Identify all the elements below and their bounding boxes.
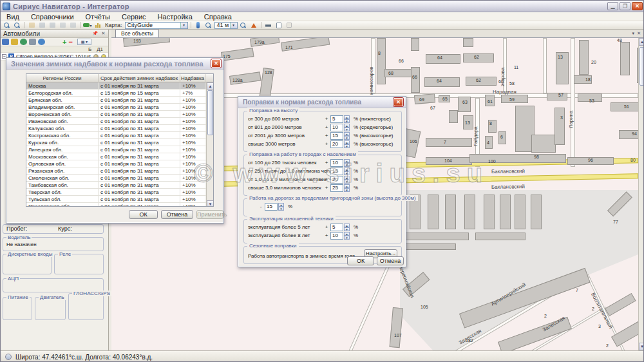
spin-down-icon[interactable]: ▾ <box>344 188 350 192</box>
chevron-down-icon[interactable]: ▾ <box>230 23 237 28</box>
value-input[interactable]: 5 <box>330 115 343 123</box>
zoom-out-button[interactable] <box>239 22 248 29</box>
panel-close-icon[interactable]: ✕ <box>100 30 107 37</box>
menu-item[interactable]: Вид <box>1 12 25 21</box>
dialog-title-bar[interactable]: Значения зимних надбавок к нормам расход… <box>6 58 223 70</box>
copy-button[interactable] <box>68 22 77 29</box>
tab-menu-icon[interactable]: ▾ <box>632 31 635 36</box>
search-button[interactable] <box>12 22 21 29</box>
redo-button[interactable] <box>48 22 57 29</box>
brush-icon[interactable] <box>11 39 18 45</box>
table-row[interactable]: Калужская обл.с 01 ноября по 31 марта+10… <box>26 125 213 132</box>
table-row[interactable]: Белгородская обл.с 15 ноября по 15 марта… <box>26 90 213 97</box>
spin-down-icon[interactable]: ▾ <box>344 128 350 131</box>
table-row[interactable]: Ярославская обл.с 01 ноября по 31 марта+… <box>26 203 213 207</box>
spin-down-icon[interactable]: ▾ <box>344 119 350 123</box>
cancel-button[interactable]: Отмена <box>161 210 193 219</box>
spin-down-icon[interactable]: ▾ <box>278 207 284 211</box>
dialog-title-bar[interactable]: Поправки к нормам расхода топлива ✕ <box>238 97 406 108</box>
notes-button[interactable] <box>274 22 283 29</box>
table-row[interactable]: Брянская обл.с 01 ноября по 31 марта+10% <box>26 97 213 104</box>
scroll-up-icon[interactable]: ▲ <box>207 82 214 90</box>
spin-down-icon[interactable]: ▾ <box>344 180 350 184</box>
table-row[interactable]: Смоленская обл.с 01 ноября по 31 марта+1… <box>26 175 213 182</box>
table-row[interactable]: Московская обл.с 01 ноября по 31 марта+1… <box>26 153 213 160</box>
table-row[interactable]: Костромская обл.с 01 ноября по 31 марта+… <box>26 132 213 139</box>
menu-item[interactable]: Настройка <box>152 12 198 21</box>
home-button[interactable] <box>249 22 258 29</box>
ok-button[interactable]: ОК <box>129 210 158 219</box>
zoom-level-select[interactable]: 41 м ▾ <box>214 22 238 29</box>
spin-down-icon[interactable]: ▾ <box>344 236 350 240</box>
remove-vehicle-button[interactable]: − <box>68 39 72 45</box>
globe2-icon[interactable] <box>38 39 45 45</box>
apply-button[interactable]: Применить <box>196 210 223 219</box>
value-input[interactable]: 15 <box>265 203 278 211</box>
spin-down-icon[interactable]: ▾ <box>344 171 350 175</box>
tab-close-icon[interactable]: ✕ <box>637 31 641 36</box>
map-scrollbar[interactable]: ▲ ▼ <box>638 38 644 350</box>
map-select[interactable]: CityGuide ▾ <box>125 22 188 29</box>
spinner-arrows[interactable]: ▴▾ <box>344 159 350 167</box>
value-input[interactable]: 25 <box>330 184 343 192</box>
scroll-down-icon[interactable]: ▼ <box>639 343 644 350</box>
dialog-close-icon[interactable]: ✕ <box>393 98 403 106</box>
scrollbar-thumb[interactable] <box>207 90 213 135</box>
value-input[interactable]: 5 <box>330 224 343 231</box>
value-input[interactable]: 10 <box>330 232 343 240</box>
tracking-toggle[interactable] <box>194 22 203 29</box>
table-row[interactable]: Курская обл.с 01 ноября по 31 марта+10% <box>26 139 213 146</box>
spin-down-icon[interactable]: ▾ <box>344 163 350 167</box>
spin-down-icon[interactable]: ▾ <box>344 227 350 231</box>
table-row[interactable]: Воронежская обл.с 01 ноября по 31 марта+… <box>26 111 213 118</box>
spinner-arrows[interactable]: ▴▾ <box>344 184 350 192</box>
cut-button[interactable] <box>58 22 67 29</box>
menu-item[interactable]: Справка <box>198 12 238 21</box>
value-input[interactable]: 10 <box>330 124 343 131</box>
value-input[interactable]: 20 <box>330 176 343 184</box>
camera-icon[interactable] <box>29 39 36 45</box>
spinner-arrows[interactable]: ▴▾ <box>344 132 350 140</box>
chevron-down-icon[interactable]: ▾ <box>180 23 187 28</box>
table-row[interactable]: Липецкая обл.с 01 ноября по 31 марта+10% <box>26 146 213 153</box>
view-menu-button[interactable]: ▦ ▾ <box>77 39 91 45</box>
scroll-down-icon[interactable]: ▼ <box>207 200 214 207</box>
value-input[interactable]: 20 <box>330 140 343 148</box>
ok-button[interactable]: ОК <box>347 256 374 265</box>
table-row[interactable]: Тверская обл.с 01 ноября по 31 марта+10% <box>26 189 213 196</box>
list-button[interactable] <box>264 22 273 29</box>
table-row[interactable]: Тульская обл.с 01 ноября по 31 марта+10% <box>26 196 213 203</box>
spinner-arrows[interactable]: ▴▾ <box>344 124 350 131</box>
regions-table[interactable]: Регионы РоссииСрок действия зимних надба… <box>26 73 214 207</box>
table-row[interactable]: Москвас 01 ноября по 31 марта+10% <box>26 82 213 90</box>
dialog-close-icon[interactable]: ✕ <box>211 59 221 68</box>
edit-button[interactable] <box>27 22 36 29</box>
scroll-up-icon[interactable]: ▲ <box>639 38 644 46</box>
spin-down-icon[interactable]: ▾ <box>344 136 350 140</box>
minimize-button[interactable]: ▁ <box>607 2 618 10</box>
vehicle-menu-button[interactable]: ▾ <box>83 22 92 29</box>
globe-icon[interactable] <box>20 39 27 45</box>
spinner-arrows[interactable]: ▴▾ <box>344 224 350 231</box>
add-vehicle-button[interactable]: + <box>62 39 66 45</box>
spinner-arrows[interactable]: ▴▾ <box>344 232 350 240</box>
cancel-button[interactable]: Отмена <box>377 256 404 265</box>
spinner-arrows[interactable]: ▴▾ <box>344 115 350 123</box>
undo-button[interactable] <box>37 22 46 29</box>
table-row[interactable]: Орловская обл.с 01 ноября по 31 марта+10… <box>26 160 213 167</box>
table-row[interactable]: Ивановская обл.с 01 ноября по 31 марта+1… <box>26 118 213 125</box>
zoom-in-button[interactable] <box>204 22 213 29</box>
spinner-arrows[interactable]: ▴▾ <box>278 203 284 211</box>
spin-down-icon[interactable]: ▾ <box>344 144 350 148</box>
chart-button[interactable] <box>93 22 102 29</box>
spinner-arrows[interactable]: ▴▾ <box>344 167 350 175</box>
select-tool-button[interactable] <box>2 22 11 29</box>
menu-item[interactable]: Отчёты <box>80 12 116 21</box>
restore-button[interactable]: ❐ <box>620 2 630 10</box>
value-input[interactable]: 15 <box>330 167 343 175</box>
table-row[interactable]: Рязанская обл.с 01 ноября по 31 марта+10… <box>26 167 213 175</box>
table-row[interactable]: Тамбовская обл.с 01 ноября по 31 марта+1… <box>26 182 213 189</box>
scrollbar-thumb[interactable] <box>639 47 644 86</box>
pin-icon[interactable]: 📌 <box>91 30 99 37</box>
blank-toggle[interactable] <box>285 22 294 29</box>
